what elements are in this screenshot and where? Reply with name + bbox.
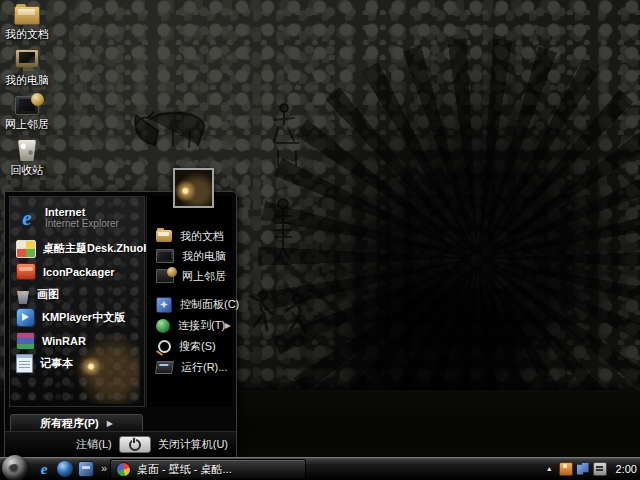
menu-group-divider bbox=[147, 286, 232, 294]
user-picture[interactable] bbox=[173, 168, 214, 208]
menu-item-label: 运行(R)... bbox=[181, 360, 227, 375]
system-tray: ▲ 2:00 bbox=[546, 457, 637, 480]
tray-app-icon-blue[interactable] bbox=[577, 463, 589, 475]
menu-item-label: Internet bbox=[45, 206, 119, 218]
run-icon bbox=[155, 361, 174, 374]
menu-item-network-places[interactable]: 网上邻居 bbox=[147, 266, 232, 286]
menu-item-zhuoku-theme[interactable]: 桌酷主题Desk.ZhuoKu.Com bbox=[10, 237, 144, 260]
menu-item-run[interactable]: 运行(R)... bbox=[147, 357, 232, 378]
menu-item-internet[interactable]: e Internet Internet Explorer bbox=[10, 202, 144, 234]
menu-item-winrar[interactable]: WinRAR bbox=[10, 329, 144, 352]
desktop-icon-label: 我的文档 bbox=[0, 28, 54, 40]
input-method-icon[interactable] bbox=[593, 462, 607, 476]
taskbar-clock[interactable]: 2:00 bbox=[616, 463, 637, 475]
right-arrow-icon: ▶ bbox=[107, 419, 113, 428]
menu-item-label: 记事本 bbox=[40, 356, 73, 371]
menu-item-label: 搜索(S) bbox=[179, 339, 216, 354]
quick-launch-bar: e » bbox=[36, 457, 107, 480]
menu-item-label: IconPackager bbox=[43, 266, 115, 278]
documents-folder-icon bbox=[156, 230, 172, 242]
shutdown-button[interactable]: 关闭计算机(U) bbox=[158, 437, 228, 452]
start-button[interactable] bbox=[2, 455, 28, 480]
menu-item-kmplayer[interactable]: KMPlayer中文版 bbox=[10, 306, 144, 329]
network-places-icon bbox=[156, 269, 174, 283]
desktop-icon-label: 网上邻居 bbox=[0, 118, 54, 130]
documents-folder-icon bbox=[14, 6, 40, 25]
internet-explorer-icon: e bbox=[16, 207, 38, 229]
menu-item-label: 我的文档 bbox=[180, 229, 224, 244]
connect-to-icon bbox=[156, 319, 170, 333]
network-places-icon bbox=[15, 96, 39, 115]
recycle-bin-icon bbox=[18, 140, 36, 161]
desktop-icon-label: 回收站 bbox=[0, 164, 54, 176]
menu-item-sublabel: Internet Explorer bbox=[45, 218, 119, 230]
notepad-icon bbox=[16, 354, 33, 373]
menu-item-label: WinRAR bbox=[42, 335, 86, 347]
zhuoku-theme-icon bbox=[16, 240, 36, 258]
search-icon bbox=[158, 340, 171, 353]
start-menu: e Internet Internet Explorer 桌酷主题Desk.Zh… bbox=[4, 191, 237, 457]
power-button[interactable] bbox=[119, 436, 151, 453]
app-quicklaunch-icon[interactable] bbox=[78, 461, 94, 477]
computer-icon bbox=[15, 49, 39, 68]
desktop-icon-recycle-bin[interactable]: 回收站 bbox=[0, 140, 54, 176]
start-menu-footer: 注销(L) 关闭计算机(U) bbox=[5, 431, 236, 457]
menu-item-iconpackager[interactable]: IconPackager bbox=[10, 260, 144, 283]
computer-icon bbox=[156, 249, 174, 263]
menu-item-label: 我的电脑 bbox=[182, 249, 226, 264]
tray-expand-icon[interactable]: ▲ bbox=[546, 465, 553, 472]
menu-item-my-documents[interactable]: 我的文档 bbox=[147, 226, 232, 246]
kmplayer-icon bbox=[16, 308, 35, 327]
menu-item-label: 画图 bbox=[37, 287, 59, 302]
logoff-button[interactable]: 注销(L) bbox=[76, 437, 111, 452]
desktop-icon-my-documents[interactable]: 我的文档 bbox=[0, 6, 54, 40]
menu-item-control-panel[interactable]: 控制面板(C) bbox=[147, 294, 232, 315]
menu-item-label: KMPlayer中文版 bbox=[42, 310, 125, 325]
quicklaunch-overflow-chevron[interactable]: » bbox=[101, 457, 107, 480]
power-icon bbox=[129, 439, 141, 451]
paint-icon bbox=[16, 291, 30, 304]
submenu-arrow-icon: ▶ bbox=[225, 321, 231, 330]
menu-item-search[interactable]: 搜索(S) bbox=[147, 336, 232, 357]
menu-item-label: 网上邻居 bbox=[182, 269, 226, 284]
menu-item-paint[interactable]: 画图 bbox=[10, 283, 144, 306]
desktop-icon-my-computer[interactable]: 我的电脑 bbox=[0, 49, 54, 86]
window-button-label: 桌面 - 壁纸 - 桌酷... bbox=[137, 462, 232, 477]
start-menu-pinned-list: e Internet Internet Explorer 桌酷主题Desk.Zh… bbox=[9, 196, 145, 407]
desktop-icon-label: 我的电脑 bbox=[0, 74, 54, 86]
winrar-icon bbox=[16, 332, 35, 350]
desktop: 我的文档 我的电脑 网上邻居 回收站 e Internet Internet E… bbox=[0, 0, 640, 480]
control-panel-icon bbox=[156, 297, 172, 313]
start-menu-places-panel: 我的文档 我的电脑 网上邻居 控制面板(C) 连接到(T) ▶ bbox=[146, 196, 232, 407]
desktop-icon-network-places[interactable]: 网上邻居 bbox=[0, 96, 54, 130]
menu-item-notepad[interactable]: 记事本 bbox=[10, 352, 144, 375]
tray-app-icon-orange[interactable] bbox=[559, 462, 573, 476]
globe-quicklaunch-icon[interactable] bbox=[57, 461, 73, 477]
wallpaper-app-icon bbox=[116, 462, 131, 477]
menu-item-label: 连接到(T) bbox=[178, 318, 225, 333]
menu-item-connect-to[interactable]: 连接到(T) ▶ bbox=[147, 315, 232, 336]
iconpackager-icon bbox=[16, 263, 36, 280]
ie-quicklaunch-icon[interactable]: e bbox=[36, 461, 52, 477]
taskbar-window-button[interactable]: 桌面 - 壁纸 - 桌酷... bbox=[110, 459, 306, 479]
menu-item-label: 控制面板(C) bbox=[180, 297, 239, 312]
menu-item-my-computer[interactable]: 我的电脑 bbox=[147, 246, 232, 266]
taskbar: e » 桌面 - 壁纸 - 桌酷... ▲ 2:00 bbox=[0, 457, 640, 480]
all-programs-label: 所有程序(P) bbox=[40, 416, 99, 431]
